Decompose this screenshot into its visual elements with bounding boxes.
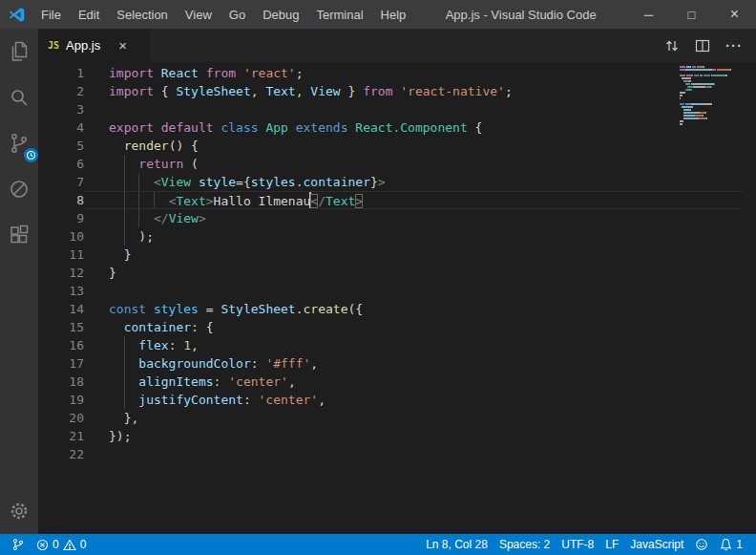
extensions-icon[interactable] [0, 212, 38, 258]
code-line[interactable]: 16 flex: 1, [38, 336, 743, 354]
code-line[interactable]: 5 render() { [38, 137, 743, 155]
line-number: 14 [38, 300, 84, 318]
code-line[interactable]: 22 [38, 445, 743, 463]
minimize-icon[interactable]: ─ [627, 0, 670, 29]
indent-guide [124, 155, 125, 173]
status-indentation[interactable]: Spaces: 2 [494, 534, 556, 555]
notifications-bell[interactable]: 1 [714, 534, 748, 555]
status-right: Ln 8, Col 28 Spaces: 2 UTF-8 LF JavaScri… [420, 534, 748, 555]
status-language[interactable]: JavaScript [624, 534, 689, 555]
line-text[interactable]: render() { [84, 137, 743, 155]
line-text[interactable] [84, 445, 743, 463]
line-number: 17 [38, 354, 84, 373]
status-problems[interactable]: 0 0 [31, 534, 92, 555]
menu-item-file[interactable]: File [32, 0, 70, 29]
line-text[interactable]: ); [84, 227, 743, 245]
code-line[interactable]: 11 } [38, 245, 743, 264]
code-line[interactable]: 13 [38, 282, 743, 300]
more-actions-icon[interactable]: ··· [725, 37, 743, 53]
code-line[interactable]: 15 container: { [38, 318, 743, 336]
indent-guide [124, 354, 125, 373]
menu-item-help[interactable]: Help [372, 0, 415, 29]
line-text[interactable]: return ( [84, 155, 743, 173]
line-text[interactable]: justifyContent: 'center', [84, 391, 743, 409]
bell-icon [720, 538, 732, 551]
line-text[interactable] [84, 100, 743, 118]
indent-guide [124, 173, 125, 191]
maximize-icon[interactable]: □ [670, 0, 713, 29]
code-line[interactable]: 21}); [38, 427, 743, 445]
code-line[interactable]: 9 </View> [38, 209, 743, 227]
minimap-line [680, 75, 743, 76]
line-text[interactable] [84, 282, 743, 300]
minimap-line [680, 126, 743, 128]
line-text[interactable]: import React from 'react'; [84, 64, 743, 82]
code-line[interactable]: 3 [38, 100, 743, 118]
line-text[interactable]: }, [84, 409, 743, 427]
menu-item-edit[interactable]: Edit [70, 0, 108, 29]
close-icon[interactable]: × [713, 0, 756, 29]
line-text[interactable]: </View> [84, 209, 743, 227]
code-line[interactable]: 14const styles = StyleSheet.create({ [38, 300, 743, 318]
line-text[interactable]: container: { [84, 318, 743, 336]
code-line[interactable]: 19 justifyContent: 'center', [38, 391, 743, 409]
code-line[interactable]: 1import React from 'react'; [38, 64, 743, 82]
feedback-smiley-icon[interactable] [689, 534, 714, 555]
minimap-line [680, 100, 743, 102]
source-control-icon[interactable] [0, 120, 38, 166]
tab-label: App.js [66, 38, 100, 53]
split-editor-icon[interactable] [695, 38, 710, 53]
status-cursor-position[interactable]: Ln 8, Col 28 [420, 534, 494, 555]
scrollbar[interactable] [743, 62, 756, 534]
line-number: 5 [38, 137, 84, 155]
settings-gear-icon[interactable] [0, 488, 38, 534]
line-text[interactable]: <Text>Hallo Ilmenau</Text> [84, 191, 743, 209]
code-line[interactable]: 2import { StyleSheet, Text, View } from … [38, 82, 743, 100]
status-encoding[interactable]: UTF-8 [556, 534, 599, 555]
menu-item-debug[interactable]: Debug [254, 0, 307, 29]
menu-item-view[interactable]: View [177, 0, 220, 29]
minimap-line [680, 117, 743, 119]
minimap[interactable] [680, 66, 743, 129]
tab-appjs[interactable]: JS App.js × [38, 29, 151, 62]
line-number: 11 [38, 245, 84, 264]
code-line[interactable]: 4export default class App extends React.… [38, 118, 743, 137]
line-text[interactable]: } [84, 264, 743, 282]
minimap-line [680, 86, 743, 88]
code-line[interactable]: 18 alignItems: 'center', [38, 373, 743, 391]
line-text[interactable]: import { StyleSheet, Text, View } from '… [84, 82, 743, 100]
line-number: 20 [38, 409, 84, 427]
code-line[interactable]: 7 <View style={styles.container}> [38, 173, 743, 191]
minimap-line [680, 95, 743, 96]
code-lines[interactable]: 1import React from 'react';2import { Sty… [38, 62, 743, 534]
line-text[interactable]: backgroundColor: '#fff', [84, 354, 743, 373]
status-eol[interactable]: LF [599, 534, 624, 555]
debug-icon[interactable] [0, 166, 38, 212]
tab-close-icon[interactable]: × [118, 37, 127, 53]
editor[interactable]: 1import React from 'react';2import { Sty… [38, 62, 756, 534]
line-text[interactable]: <View style={styles.container}> [84, 173, 743, 191]
indent-guide [138, 173, 139, 191]
line-text[interactable]: alignItems: 'center', [84, 373, 743, 391]
line-text[interactable]: }); [84, 427, 743, 445]
explorer-icon[interactable] [0, 29, 38, 75]
code-line[interactable]: 10 ); [38, 227, 743, 245]
vscode-window: FileEditSelectionViewGoDebugTerminalHelp… [0, 0, 756, 555]
line-text[interactable]: const styles = StyleSheet.create({ [84, 300, 743, 318]
line-text[interactable]: } [84, 245, 743, 264]
line-text[interactable]: export default class App extends React.C… [84, 118, 743, 137]
code-line[interactable]: 6 return ( [38, 155, 743, 173]
code-line[interactable]: 12} [38, 264, 743, 282]
menu-item-terminal[interactable]: Terminal [307, 0, 371, 29]
code-line[interactable]: 8 <Text>Hallo Ilmenau</Text> [38, 191, 743, 209]
git-branch-icon[interactable] [6, 534, 31, 555]
line-number: 19 [38, 391, 84, 409]
code-line[interactable]: 20 }, [38, 409, 743, 427]
search-icon[interactable] [0, 75, 38, 120]
menu-item-go[interactable]: Go [220, 0, 254, 29]
menu-item-selection[interactable]: Selection [108, 0, 176, 29]
line-text[interactable]: flex: 1, [84, 336, 743, 354]
status-left: 0 0 [6, 534, 92, 555]
code-line[interactable]: 17 backgroundColor: '#fff', [38, 354, 743, 373]
open-changes-icon[interactable] [664, 38, 680, 53]
